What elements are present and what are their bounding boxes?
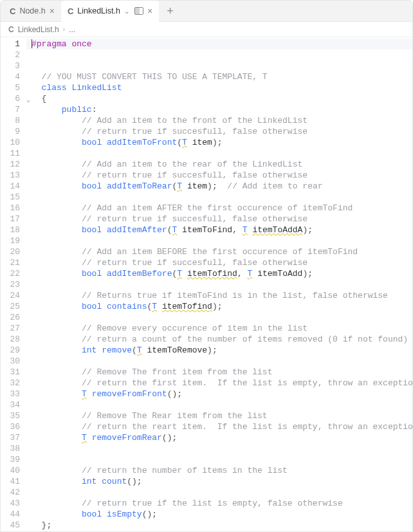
- split-editor-icon[interactable]: [134, 7, 143, 15]
- code-line[interactable]: T removeFromRear();: [26, 432, 412, 443]
- new-tab-button[interactable]: +: [159, 5, 181, 18]
- code-token: [32, 72, 42, 82]
- code-line[interactable]: bool addItemToRear(T item); // Add item …: [26, 181, 412, 192]
- code-token: addItemAfter: [107, 225, 167, 235]
- code-line[interactable]: // return true if the list is empty, fal…: [26, 498, 412, 509]
- code-token: T: [82, 389, 87, 399]
- code-line[interactable]: bool addItemToFront(T item);: [26, 137, 412, 148]
- code-token: bool: [82, 225, 102, 235]
- code-line[interactable]: [26, 148, 412, 159]
- code-token: isEmpty: [107, 509, 142, 519]
- line-number: 5: [1, 82, 26, 93]
- code-token: class: [42, 83, 67, 93]
- code-line[interactable]: bool addItemBefore(T itemTofind, T itemT…: [26, 268, 412, 279]
- code-line[interactable]: public:: [26, 104, 412, 115]
- code-line[interactable]: [26, 192, 412, 203]
- code-line[interactable]: bool addItemAfter(T itemToFind, T itemTo…: [26, 225, 412, 235]
- code-line[interactable]: // Remove The Rear item from the list: [26, 410, 412, 421]
- code-line[interactable]: {: [26, 93, 412, 104]
- line-number: 34: [1, 399, 26, 410]
- breadcrumb[interactable]: C LinkedList.h › ...: [1, 22, 412, 37]
- code-line[interactable]: [26, 279, 412, 290]
- code-line[interactable]: int count();: [26, 476, 412, 487]
- code-token: bool: [82, 509, 102, 519]
- code-line[interactable]: [26, 399, 412, 410]
- code-line[interactable]: // return true if succesfull, false othe…: [26, 170, 412, 181]
- code-line[interactable]: // return the first item. If the list is…: [26, 378, 412, 389]
- code-line[interactable]: [26, 356, 412, 367]
- code-line[interactable]: // Add an item BEFORE the first occurenc…: [26, 246, 412, 257]
- code-line[interactable]: bool contains(T itemTofind);: [26, 301, 412, 312]
- code-line[interactable]: #pragma once: [26, 39, 412, 50]
- code-token: // Add an item to the front of the Linke…: [82, 116, 307, 125]
- code-line[interactable]: // Add an item AFTER the first occurence…: [26, 203, 412, 214]
- code-token: [32, 509, 82, 519]
- line-number: 7: [1, 104, 26, 115]
- code-token: T: [82, 433, 87, 443]
- code-line[interactable]: T removeFromFront();: [26, 389, 412, 399]
- code-line[interactable]: int remove(T itemToRemove);: [26, 345, 412, 356]
- tab-label: Node.h: [19, 6, 45, 15]
- line-number: 1: [1, 39, 26, 50]
- code-line[interactable]: // YOU MUST CONVERT THIS TO USE A TEMPLA…: [26, 71, 412, 82]
- code-token: [32, 94, 42, 104]
- code-area[interactable]: #pragma once // YOU MUST CONVERT THIS TO…: [26, 37, 412, 531]
- code-line[interactable]: // return the number of items in the lis…: [26, 465, 412, 476]
- code-token: // return the first item. If the list is…: [82, 378, 412, 388]
- fold-icon[interactable]: ⌄: [26, 95, 30, 105]
- code-line[interactable]: // Add an item to the front of the Linke…: [26, 115, 412, 126]
- code-token: // Add item to rear: [227, 181, 322, 191]
- code-token: // Remove every occurence of item in the…: [82, 324, 307, 333]
- code-line[interactable]: // Returns true if itemToFind is in the …: [26, 290, 412, 301]
- code-line[interactable]: // return true if succesfull, false othe…: [26, 257, 412, 268]
- close-icon[interactable]: ×: [50, 6, 55, 15]
- code-token: int: [82, 345, 96, 355]
- code-token: ,: [237, 269, 243, 279]
- tab-node-h[interactable]: C Node.h ×: [3, 1, 61, 22]
- code-token: itemTofind: [187, 269, 237, 279]
- tab-linkedlist-h[interactable]: C LinkedList.h ⌄ ×: [61, 1, 159, 22]
- code-token: addItemBefore: [107, 269, 172, 279]
- code-token: [32, 247, 82, 257]
- code-editor[interactable]: 123456⌄789101112131415161718192021222324…: [1, 37, 412, 531]
- code-token: itemToAddA: [252, 225, 302, 235]
- code-line[interactable]: [26, 50, 412, 60]
- code-line[interactable]: // return a count of the number of items…: [26, 334, 412, 345]
- line-number: 4: [1, 71, 26, 82]
- code-line[interactable]: [26, 312, 412, 323]
- code-line[interactable]: // Remove The front item from the list: [26, 367, 412, 378]
- code-token: // YOU MUST CONVERT THIS TO USE A TEMPLA…: [42, 72, 268, 82]
- code-line[interactable]: };: [26, 520, 412, 531]
- code-token: [237, 225, 243, 235]
- line-number: 22: [1, 268, 26, 279]
- code-line[interactable]: [26, 454, 412, 465]
- code-line[interactable]: // return the reart item. If the list is…: [26, 421, 412, 432]
- code-line[interactable]: [26, 443, 412, 454]
- tab-bar: C Node.h × C LinkedList.h ⌄ × +: [1, 1, 412, 22]
- code-token: contains: [107, 302, 147, 311]
- code-line[interactable]: [26, 487, 412, 498]
- code-token: ();: [127, 477, 142, 486]
- code-line[interactable]: [26, 235, 412, 246]
- code-token: [157, 302, 162, 311]
- code-line[interactable]: // return true if succesfull, false othe…: [26, 214, 412, 225]
- code-line[interactable]: // return true if succesfull, false othe…: [26, 126, 412, 137]
- code-token: [32, 335, 82, 344]
- code-token: [32, 477, 82, 486]
- code-line[interactable]: // Remove every occurence of item in the…: [26, 323, 412, 334]
- line-number: 35: [1, 410, 26, 421]
- code-token: (: [177, 138, 182, 147]
- chevron-down-icon[interactable]: ⌄: [124, 8, 129, 15]
- close-icon[interactable]: ×: [147, 6, 152, 15]
- c-file-icon: C: [10, 6, 15, 16]
- line-number: 12: [1, 159, 26, 170]
- code-token: // return true if succesfull, false othe…: [82, 127, 307, 136]
- c-file-icon: C: [68, 6, 73, 16]
- code-line[interactable]: [26, 60, 412, 71]
- code-line[interactable]: bool isEmpty();: [26, 509, 412, 520]
- code-token: T: [177, 181, 182, 191]
- code-line[interactable]: class LinkedList: [26, 82, 412, 93]
- code-line[interactable]: // Add an item to the rear of the Linked…: [26, 159, 412, 170]
- breadcrumb-rest: ...: [69, 25, 75, 34]
- code-token: [32, 291, 82, 300]
